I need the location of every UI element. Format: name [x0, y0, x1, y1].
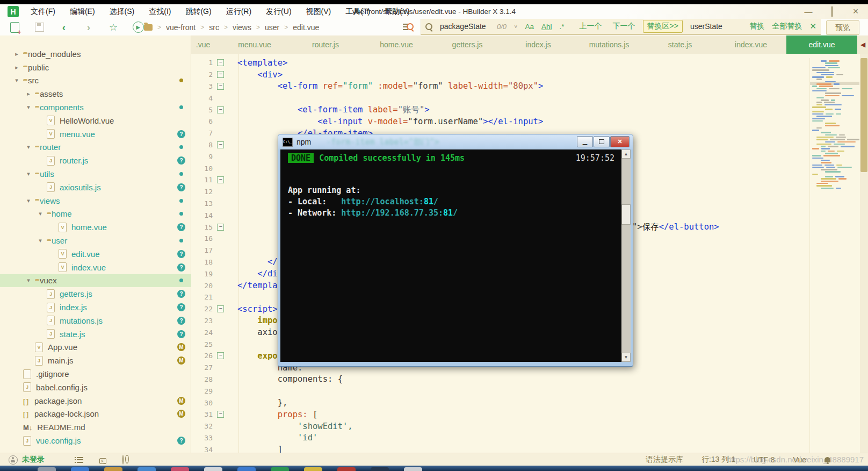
tree-item-user[interactable]: ▾user	[0, 234, 191, 247]
regex-toggle[interactable]: .*	[560, 23, 565, 31]
taskbar-app-icon[interactable]	[38, 467, 56, 471]
chevron-down-icon[interactable]: ˅	[514, 23, 517, 30]
tree-item-views[interactable]: ▾views	[0, 194, 191, 208]
chevron-icon[interactable]: ▾	[25, 104, 32, 111]
syntax-hint-lib[interactable]: 语法提示库	[646, 455, 683, 465]
tab-menu-vue[interactable]: menu.vue	[219, 35, 290, 54]
tree-item-vuex[interactable]: ▾vuex	[0, 274, 191, 288]
terminal-minimize-icon[interactable]: ▁	[577, 136, 593, 147]
cursor-position[interactable]: 行:13 列:1	[701, 455, 735, 465]
tree-item-index-js[interactable]: Jindex.js?	[0, 301, 191, 314]
tree-item-axiosutils-js[interactable]: Jaxiosutils.js?	[0, 181, 191, 194]
taskbar-app-icon[interactable]	[271, 467, 289, 471]
tree-item-home[interactable]: ▾home	[0, 208, 191, 221]
breadcrumb-item[interactable]: vue-front	[166, 23, 196, 32]
replace-all-button[interactable]: 全部替换	[772, 22, 802, 31]
scrollbar-thumb[interactable]	[860, 58, 867, 172]
globe-icon[interactable]	[122, 455, 124, 464]
menu-item[interactable]: 文件(F)	[31, 7, 55, 17]
tree-item-HelloWorld-vue[interactable]: VHelloWorld.vue	[0, 114, 191, 127]
tree-item-mutations-js[interactable]: Jmutations.js?	[0, 314, 191, 327]
match-case-toggle[interactable]: Aa	[525, 23, 534, 31]
terminal-maximize-icon[interactable]	[594, 136, 610, 147]
fold-marker[interactable]: −	[213, 141, 237, 148]
tree-item-babel-config-js[interactable]: Jbabel.config.js	[0, 381, 191, 394]
fold-marker[interactable]: −	[213, 352, 237, 359]
tree-item-App-vue[interactable]: VApp.vueM	[0, 341, 191, 354]
chevron-icon[interactable]: ▾	[25, 197, 32, 204]
tree-item-main-js[interactable]: Jmain.jsM	[0, 354, 191, 367]
chevron-icon[interactable]: ▾	[25, 277, 32, 284]
tree-item-router-js[interactable]: Jrouter.js?	[0, 154, 191, 167]
save-icon[interactable]	[33, 22, 45, 33]
menu-item[interactable]: 发行(U)	[266, 7, 291, 17]
taskbar-app-icon[interactable]	[337, 467, 356, 471]
taskbar-app-icon[interactable]	[371, 467, 389, 471]
tree-item-package-lock-json[interactable]: []package-lock.jsonM	[0, 408, 191, 421]
tree-item-components[interactable]: ▾components	[0, 101, 191, 114]
tab--vue[interactable]: .vue	[191, 35, 219, 54]
scroll-down-icon[interactable]: ▼	[621, 353, 631, 362]
tree-item-README-md[interactable]: M↓README.md	[0, 420, 191, 434]
tree-item-edit-vue[interactable]: Vedit.vue?	[0, 247, 191, 261]
chevron-icon[interactable]: ▸	[25, 90, 32, 97]
taskbar-app-icon[interactable]	[404, 467, 422, 471]
fold-marker[interactable]: −	[213, 83, 237, 90]
fold-marker[interactable]: −	[213, 59, 237, 66]
find-next-button[interactable]: 下一个	[613, 22, 635, 31]
tree-item--gitignore[interactable]: .gitignore	[0, 367, 191, 381]
back-icon[interactable]: ‹	[58, 22, 70, 33]
login-status[interactable]: 未登录	[9, 455, 45, 465]
run-icon[interactable]: ▶	[132, 22, 144, 33]
taskbar-app-icon[interactable]	[104, 467, 122, 471]
bell-icon[interactable]	[824, 457, 830, 462]
preview-button[interactable]: 预览	[826, 20, 859, 35]
chevron-icon[interactable]: ▾	[37, 210, 44, 217]
tree-item-src[interactable]: ▾src	[0, 74, 191, 88]
scroll-up-icon[interactable]: ▲	[621, 149, 631, 159]
menu-item[interactable]: 运行(R)	[226, 7, 251, 17]
fold-marker[interactable]: −	[213, 305, 237, 312]
fold-marker[interactable]: −	[213, 106, 237, 113]
find-input[interactable]: packageState	[440, 22, 489, 31]
breadcrumb-item[interactable]: user	[265, 23, 279, 32]
tree-item-node_modules[interactable]: ▸node_modules	[0, 47, 191, 61]
replace-input[interactable]: userState	[690, 22, 733, 31]
npm-console-window[interactable]: C:\_ npm -form-item label="部门"> ▁ ✕ DONE…	[278, 134, 633, 367]
minimize-icon[interactable]: —	[804, 7, 813, 16]
tree-item-state-js[interactable]: Jstate.js?	[0, 327, 191, 341]
taskbar-app-icon[interactable]	[171, 467, 189, 471]
language-mode[interactable]: Vue	[793, 455, 806, 464]
replace-button[interactable]: 替换	[749, 22, 764, 31]
windows-taskbar[interactable]	[0, 466, 868, 471]
search-list-icon[interactable]	[403, 23, 414, 32]
forward-icon[interactable]: ›	[83, 22, 95, 33]
terminal-scrollbar[interactable]: ▲ ▼	[621, 149, 631, 362]
taskbar-app-icon[interactable]	[71, 467, 89, 471]
menu-item[interactable]: 选择(S)	[110, 7, 135, 17]
tab-mutations-js[interactable]: mutations.js	[574, 35, 645, 54]
tree-item-home-vue[interactable]: Vhome.vue?	[0, 220, 191, 234]
find-previous-button[interactable]: 上一个	[580, 22, 602, 31]
replace-zone-toggle[interactable]: 替换区>>	[643, 20, 683, 33]
new-file-icon[interactable]	[9, 22, 20, 33]
breadcrumb-item[interactable]: views	[233, 23, 251, 32]
console-icon[interactable]: >_	[99, 455, 106, 464]
restore-icon[interactable]	[827, 7, 837, 16]
fold-marker[interactable]: −	[213, 411, 237, 418]
tree-item-menu-vue[interactable]: Vmenu.vue?	[0, 127, 191, 141]
chevron-icon[interactable]: ▾	[37, 237, 44, 244]
chevron-icon[interactable]: ▾	[25, 144, 32, 151]
chevron-icon[interactable]: ▸	[13, 64, 20, 71]
taskbar-app-icon[interactable]	[304, 467, 322, 471]
menu-item[interactable]: 跳转(G)	[185, 7, 211, 17]
tab-home-vue[interactable]: home.vue	[361, 35, 432, 54]
tab-index-vue[interactable]: index.vue	[715, 35, 786, 54]
taskbar-app-icon[interactable]	[237, 467, 256, 471]
editor-scrollbar[interactable]	[860, 54, 868, 453]
menu-item[interactable]: 工具(T)	[345, 7, 370, 17]
tree-item-package-json[interactable]: []package.jsonM	[0, 394, 191, 408]
fold-marker[interactable]: −	[213, 71, 237, 78]
tree-item-public[interactable]: ▸public	[0, 61, 191, 74]
tab-getters-js[interactable]: getters.js	[432, 35, 503, 54]
